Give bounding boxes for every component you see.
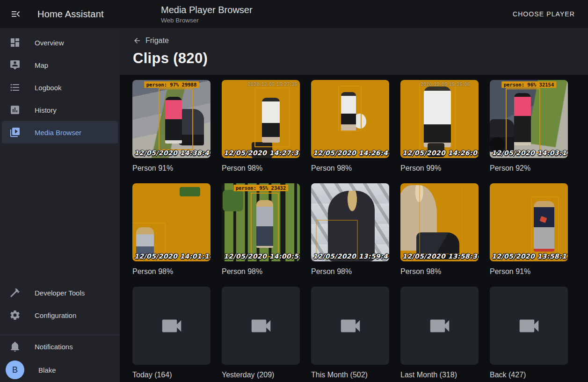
sidebar-item-history[interactable]: History <box>2 99 118 121</box>
clip-caption: Person 98% <box>311 164 389 173</box>
arrow-left-icon <box>133 36 141 45</box>
clip-timestamp: 12/05/2020 14:01:14 <box>134 252 211 260</box>
clip-timestamp: 12/05/2020 14:00:52 <box>224 252 300 260</box>
clip-timestamp: 12/05/2020 13:58:17 <box>492 252 568 260</box>
sidebar-item-profile[interactable]: B Blake <box>2 359 118 381</box>
user-name: Blake <box>38 366 56 374</box>
folder-caption: This Month (502) <box>311 370 389 379</box>
media-browser-icon <box>9 127 21 138</box>
clip-thumbnail: person: 95% 23432 12/05/2020 14:00:52 <box>222 183 300 261</box>
detection-label: person: 97% 29988 <box>144 81 199 88</box>
detection-bounding-box <box>419 184 462 254</box>
sidebar-item-map[interactable]: Map <box>2 54 118 76</box>
sidebar-item-notifications[interactable]: Notifications <box>2 335 118 358</box>
clip-tile[interactable]: person: 96% 32154 12/05/2020 14:03:17 Pe… <box>490 80 568 173</box>
clip-caption: Person 98% <box>222 267 300 276</box>
avatar: B <box>6 360 24 379</box>
folder-caption: Last Month (318) <box>400 370 479 379</box>
folder-tile-yesterday[interactable]: Yesterday (209) <box>222 287 300 379</box>
panel-titles: Media Player Browser Web Browser <box>161 5 253 24</box>
clips-grid: person: 97% 29988 12/05/2020 14:38:47 Pe… <box>120 75 588 382</box>
panel-title: Media Player Browser <box>161 5 253 15</box>
detection-label: person: 95% 23432 <box>233 185 288 191</box>
panel-subtitle: Web Browser <box>161 17 253 24</box>
sidebar-item-label: Configuration <box>35 311 76 319</box>
clip-timestamp: 12/05/2020 13:58:30 <box>402 252 479 260</box>
detection-bounding-box <box>254 87 290 147</box>
clip-thumbnail: 12/05/2020 14:01:14 <box>132 183 211 261</box>
folder-tile-back[interactable]: Back (427) <box>490 287 568 379</box>
clip-tile[interactable]: 12/05/2020 13:58:30 Person 98% <box>400 183 479 276</box>
clip-tile[interactable]: 12/05/2020 14:26:46 Person 98% <box>311 80 389 173</box>
folder-tile-today[interactable]: Today (164) <box>132 287 211 379</box>
clip-tile[interactable]: 2020-12-05 15:27:35 12/05/2020 14:27:35 … <box>222 80 300 173</box>
sidebar: Overview Map Logbook History <box>0 28 120 382</box>
folder-tile-last-month[interactable]: Last Month (318) <box>400 287 479 379</box>
clip-caption: Person 91% <box>490 267 568 276</box>
clip-thumbnail: 12/05/2020 14:26:46 <box>311 80 389 158</box>
dashboard-icon <box>9 37 21 48</box>
clip-tile[interactable]: person: 97% 29988 12/05/2020 14:38:47 Pe… <box>132 80 211 173</box>
clip-tile[interactable]: 12/05/2020 13:58:17 Person 91% <box>490 183 568 276</box>
choose-player-button[interactable]: CHOOSE PLAYER <box>509 7 579 22</box>
app-topbar: Home Assistant Media Player Browser Web … <box>0 0 588 28</box>
page-title: Clips (820) <box>133 50 588 67</box>
breadcrumb-back[interactable]: Frigate <box>133 36 169 45</box>
sidebar-item-logbook[interactable]: Logbook <box>2 76 118 99</box>
sidebar-item-configuration[interactable]: Configuration <box>2 304 118 326</box>
content-header: Frigate Clips (820) <box>120 28 588 75</box>
clip-tile[interactable]: person: 95% 23432 12/05/2020 14:00:52 Pe… <box>222 183 300 276</box>
detection-bounding-box <box>419 83 456 152</box>
topbar-main: Media Player Browser Web Browser CHOOSE … <box>120 0 588 28</box>
video-icon <box>248 313 274 339</box>
clip-timestamp: 12/05/2020 14:38:47 <box>134 149 211 157</box>
clip-caption: Person 99% <box>400 164 479 173</box>
home-assistant-app: Home Assistant Media Player Browser Web … <box>0 0 588 382</box>
folder-thumbnail <box>490 287 568 365</box>
folder-tile-this-month[interactable]: This Month (502) <box>311 287 389 379</box>
sidebar-item-label: History <box>35 106 57 114</box>
sidebar-toggle-button[interactable] <box>9 7 22 21</box>
clip-caption: Person 98% <box>132 267 211 276</box>
clip-thumbnail: 12/05/2020 13:58:30 <box>400 183 479 261</box>
folder-thumbnail <box>132 287 211 365</box>
folder-thumbnail <box>400 287 479 365</box>
clip-caption: Person 98% <box>311 267 389 276</box>
menu-open-icon <box>10 8 22 20</box>
breadcrumb-label: Frigate <box>145 36 169 45</box>
clip-caption: Person 91% <box>132 164 211 173</box>
sidebar-item-developer-tools[interactable]: Developer Tools <box>2 281 118 304</box>
clip-caption: Person 92% <box>490 164 568 173</box>
clip-tile[interactable]: 12/05/2020 13:59:49 Person 98% <box>311 183 389 276</box>
app-title: Home Assistant <box>37 9 104 20</box>
detection-bounding-box <box>531 196 559 255</box>
logbook-icon <box>9 82 21 93</box>
clip-tile[interactable]: 2020-12-05 15:26:06 12/05/2020 14:26:07 … <box>400 80 479 173</box>
clip-timestamp: 12/05/2020 13:59:49 <box>313 252 389 260</box>
topbar-left: Home Assistant <box>0 0 120 28</box>
clip-timestamp: 12/05/2020 14:26:46 <box>313 149 389 157</box>
clip-timestamp: 12/05/2020 14:27:35 <box>224 149 300 157</box>
media-browser-content: Frigate Clips (820) person: 97% 29988 12… <box>120 28 588 382</box>
sidebar-item-label: Logbook <box>35 84 62 92</box>
sidebar-item-overview[interactable]: Overview <box>2 31 118 54</box>
history-icon <box>9 104 21 115</box>
sidebar-spacer <box>0 144 120 281</box>
clip-timestamp: 12/05/2020 14:03:17 <box>492 149 568 157</box>
folder-caption: Yesterday (209) <box>222 370 300 379</box>
folder-caption: Today (164) <box>132 370 211 379</box>
sidebar-item-media-browser[interactable]: Media Browser <box>2 121 118 144</box>
detection-bounding-box <box>338 86 362 131</box>
video-icon <box>516 313 542 339</box>
video-icon <box>159 313 184 339</box>
detection-bounding-box <box>251 193 279 257</box>
clip-caption: Person 98% <box>222 164 300 173</box>
video-icon <box>427 313 452 339</box>
clip-thumbnail: person: 96% 32154 12/05/2020 14:03:17 <box>490 80 568 158</box>
clip-tile[interactable]: 12/05/2020 14:01:14 Person 98% <box>132 183 211 276</box>
sidebar-item-label: Developer Tools <box>35 289 85 297</box>
map-icon <box>9 59 21 71</box>
clip-thumbnail: 2020-12-05 15:26:06 12/05/2020 14:26:07 <box>400 80 479 158</box>
folder-thumbnail <box>311 287 389 365</box>
osd-timestamp: 2020-12-05 15:27:35 <box>248 81 298 87</box>
